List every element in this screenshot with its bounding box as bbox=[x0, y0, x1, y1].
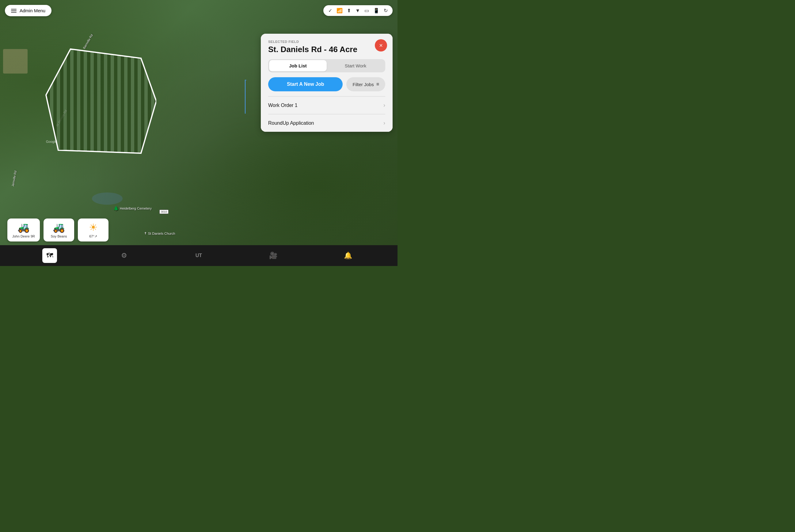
cemetery-label: 🌲 Heidelberg Cemetery bbox=[113, 206, 152, 211]
selected-field[interactable] bbox=[40, 40, 156, 163]
weather-sun-icon: ☀ bbox=[89, 222, 98, 233]
hamburger-icon bbox=[11, 9, 17, 13]
bottom-cards: 🚜 John Deere 9R 🚜 Soy Beans ☀ 67°↗ bbox=[7, 218, 109, 242]
weather-card[interactable]: ☀ 67°↗ bbox=[78, 218, 109, 242]
chevrons-up-icon: ⬆ bbox=[347, 8, 351, 14]
wifi-icon: ▼ bbox=[355, 8, 360, 14]
tablet-icon: ▭ bbox=[364, 8, 369, 14]
filter-jobs-button[interactable]: Filter Jobs ≡ bbox=[346, 77, 385, 91]
chevron-right-icon: › bbox=[383, 102, 385, 109]
tractor-card[interactable]: 🚜 John Deere 9R bbox=[7, 218, 40, 242]
user-nav-text: UT bbox=[195, 253, 202, 258]
nav-settings[interactable]: ⚙ bbox=[117, 248, 131, 263]
job-item-name-roundup: RoundUp Application bbox=[268, 120, 314, 126]
planter-card[interactable]: 🚜 Soy Beans bbox=[43, 218, 74, 242]
tractor-icon: 🚜 bbox=[17, 222, 30, 233]
cemetery-icon: 🌲 bbox=[113, 206, 119, 211]
close-panel-button[interactable]: × bbox=[375, 39, 387, 52]
job-item-name-work-order: Work Order 1 bbox=[268, 103, 298, 108]
admin-menu-button[interactable]: Admin Menu bbox=[5, 5, 52, 16]
tab-start-work[interactable]: Start Work bbox=[327, 60, 384, 71]
planter-icon: 🚜 bbox=[53, 222, 65, 233]
tractor-label: John Deere 9R bbox=[12, 234, 35, 238]
admin-menu-label: Admin Menu bbox=[20, 8, 45, 13]
signal-icon: 📶 bbox=[337, 8, 343, 14]
map-nav-icon: 🗺 bbox=[46, 252, 53, 260]
status-bar: ✓ 📶 ⬆ ▼ ▭ 📱 ↻ bbox=[323, 5, 393, 16]
chevron-right-icon-2: › bbox=[383, 120, 385, 126]
tab-job-list[interactable]: Job List bbox=[269, 60, 327, 71]
video-nav-icon: 🎥 bbox=[269, 252, 277, 260]
job-item-work-order[interactable]: Work Order 1 › bbox=[261, 97, 393, 114]
nav-map[interactable]: 🗺 bbox=[42, 248, 57, 263]
nav-video[interactable]: 🎥 bbox=[266, 248, 281, 263]
weather-label: 67°↗ bbox=[89, 234, 97, 239]
top-bar: Admin Menu ✓ 📶 ⬆ ▼ ▭ 📱 ↻ bbox=[5, 5, 393, 16]
device-icon: 📱 bbox=[373, 8, 379, 14]
filter-icon: ≡ bbox=[376, 81, 379, 87]
planter-label: Soy Beans bbox=[51, 234, 67, 238]
nav-user[interactable]: UT bbox=[191, 248, 206, 263]
start-new-job-button[interactable]: Start A New Job bbox=[268, 77, 343, 91]
buildings-area bbox=[3, 49, 27, 74]
church-label: ✝ St Daniels Church bbox=[144, 231, 175, 235]
church-icon: ✝ bbox=[144, 231, 147, 235]
check-icon: ✓ bbox=[328, 8, 332, 14]
job-item-roundup[interactable]: RoundUp Application › bbox=[261, 114, 393, 132]
side-panel: SELECTED FIELD St. Daniels Rd - 46 Acre … bbox=[261, 34, 393, 132]
bell-nav-icon: 🔔 bbox=[344, 252, 352, 260]
field-name: St. Daniels Rd - 46 Acre bbox=[268, 45, 385, 54]
settings-nav-icon: ⚙ bbox=[121, 252, 127, 260]
road-sign: 3010 bbox=[159, 210, 169, 214]
nav-bell[interactable]: 🔔 bbox=[340, 248, 355, 263]
selected-field-label: SELECTED FIELD bbox=[268, 40, 385, 43]
refresh-icon[interactable]: ↻ bbox=[384, 8, 388, 14]
filter-label: Filter Jobs bbox=[353, 82, 374, 87]
action-row: Start A New Job Filter Jobs ≡ bbox=[261, 77, 393, 96]
panel-header: SELECTED FIELD St. Daniels Rd - 46 Acre bbox=[261, 34, 393, 59]
tab-switcher: Job List Start Work bbox=[268, 59, 385, 72]
pond-area bbox=[92, 192, 122, 205]
bottom-nav: 🗺 ⚙ UT 🎥 🔔 bbox=[0, 245, 398, 266]
google-watermark: Google bbox=[46, 140, 57, 144]
